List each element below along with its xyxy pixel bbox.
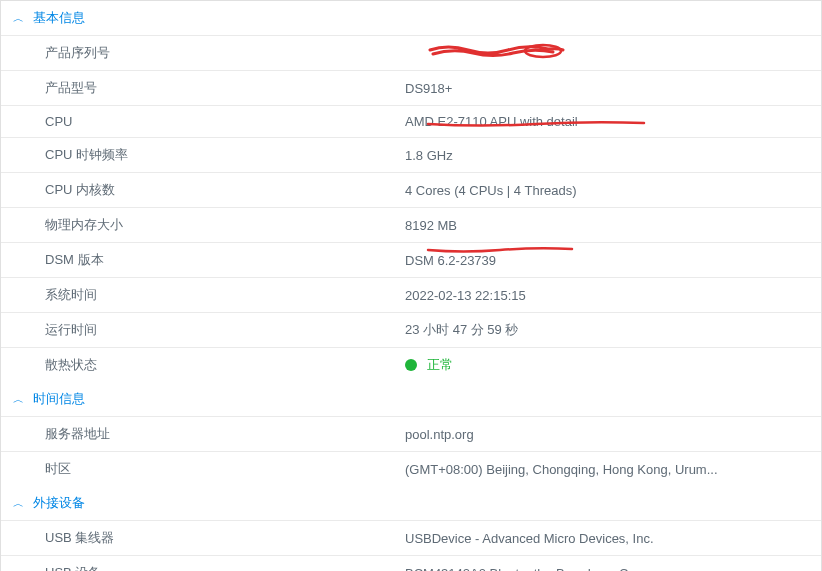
row-tz: 时区 (GMT+08:00) Beijing, Chongqing, Hong … [1, 451, 821, 486]
value-uptime: 23 小时 47 分 59 秒 [405, 321, 518, 339]
row-thermal: 散热状态 正常 [1, 347, 821, 382]
label-tz: 时区 [45, 460, 405, 478]
label-memory: 物理内存大小 [45, 216, 405, 234]
label-cpu-clock: CPU 时钟频率 [45, 146, 405, 164]
row-model: 产品型号 DS918+ [1, 70, 821, 105]
value-systime: 2022-02-13 22:15:15 [405, 288, 526, 303]
row-usb-dev: USB 设备 BCM43142A0 Bluetooth - Broadcom C… [1, 555, 821, 571]
value-model: DS918+ [405, 81, 452, 96]
thermal-status-text: 正常 [427, 357, 453, 372]
value-cpu-clock: 1.8 GHz [405, 148, 453, 163]
row-uptime: 运行时间 23 小时 47 分 59 秒 [1, 312, 821, 347]
label-dsm: DSM 版本 [45, 251, 405, 269]
row-systime: 系统时间 2022-02-13 22:15:15 [1, 277, 821, 312]
chevron-up-icon: ︿ [13, 496, 27, 511]
value-usb-dev: BCM43142A0 Bluetooth - Broadcom Corp. [405, 566, 651, 572]
section-title-external: 外接设备 [33, 494, 85, 512]
value-cpu: AMD E2-7110 APU with detail [405, 114, 578, 129]
status-dot-icon [405, 359, 417, 371]
label-systime: 系统时间 [45, 286, 405, 304]
row-cpu: CPU AMD E2-7110 APU with detail [1, 105, 821, 137]
info-panel: ︿ 基本信息 产品序列号 产品型号 DS918+ CPU AMD E2-7110… [0, 0, 822, 571]
label-cpu: CPU [45, 114, 405, 129]
section-header-external[interactable]: ︿ 外接设备 [1, 486, 821, 520]
section-header-time[interactable]: ︿ 时间信息 [1, 382, 821, 416]
chevron-up-icon: ︿ [13, 11, 27, 26]
section-title-time: 时间信息 [33, 390, 85, 408]
value-tz: (GMT+08:00) Beijing, Chongqing, Hong Kon… [405, 462, 718, 477]
row-usb-hub: USB 集线器 USBDevice - Advanced Micro Devic… [1, 520, 821, 555]
label-model: 产品型号 [45, 79, 405, 97]
label-ntp: 服务器地址 [45, 425, 405, 443]
row-memory: 物理内存大小 8192 MB [1, 207, 821, 242]
label-usb-hub: USB 集线器 [45, 529, 405, 547]
value-memory: 8192 MB [405, 218, 457, 233]
value-ntp: pool.ntp.org [405, 427, 474, 442]
section-title-basic: 基本信息 [33, 9, 85, 27]
value-usb-hub: USBDevice - Advanced Micro Devices, Inc. [405, 531, 654, 546]
label-uptime: 运行时间 [45, 321, 405, 339]
label-thermal: 散热状态 [45, 356, 405, 374]
row-dsm: DSM 版本 DSM 6.2-23739 [1, 242, 821, 277]
value-cpu-cores: 4 Cores (4 CPUs | 4 Threads) [405, 183, 576, 198]
label-cpu-cores: CPU 内核数 [45, 181, 405, 199]
row-cpu-cores: CPU 内核数 4 Cores (4 CPUs | 4 Threads) [1, 172, 821, 207]
label-serial: 产品序列号 [45, 44, 405, 62]
row-serial: 产品序列号 [1, 35, 821, 70]
section-header-basic[interactable]: ︿ 基本信息 [1, 1, 821, 35]
label-usb-dev: USB 设备 [45, 564, 405, 571]
value-thermal: 正常 [405, 356, 453, 374]
value-dsm: DSM 6.2-23739 [405, 253, 496, 268]
row-ntp: 服务器地址 pool.ntp.org [1, 416, 821, 451]
row-cpu-clock: CPU 时钟频率 1.8 GHz [1, 137, 821, 172]
chevron-up-icon: ︿ [13, 392, 27, 407]
